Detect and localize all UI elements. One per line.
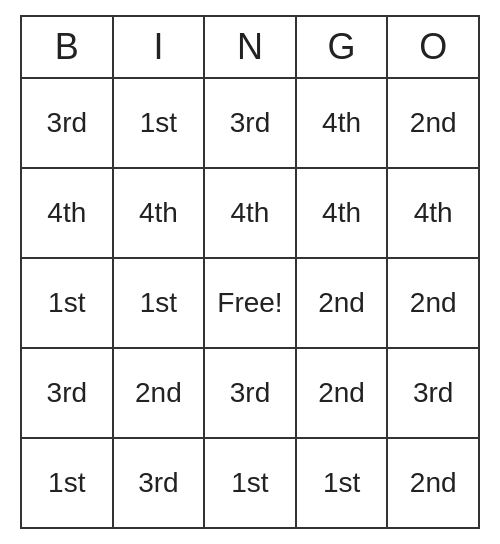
cell-r5-c3: 1st	[205, 439, 297, 527]
header-N: N	[205, 17, 297, 77]
header-G: G	[297, 17, 389, 77]
cell-r1-c1: 3rd	[22, 79, 114, 167]
row-4: 3rd2nd3rd2nd3rd	[22, 349, 478, 439]
cell-r5-c4: 1st	[297, 439, 389, 527]
cell-r4-c5: 3rd	[388, 349, 478, 437]
header-I: I	[114, 17, 206, 77]
cell-r2-c4: 4th	[297, 169, 389, 257]
header-O: O	[388, 17, 478, 77]
cell-r4-c4: 2nd	[297, 349, 389, 437]
row-3: 1st1stFree!2nd2nd	[22, 259, 478, 349]
cell-r1-c3: 3rd	[205, 79, 297, 167]
row-5: 1st3rd1st1st2nd	[22, 439, 478, 527]
cell-r2-c5: 4th	[388, 169, 478, 257]
header-row: B I N G O	[22, 17, 478, 79]
row-1: 3rd1st3rd4th2nd	[22, 79, 478, 169]
cell-r5-c1: 1st	[22, 439, 114, 527]
cell-r3-c5: 2nd	[388, 259, 478, 347]
bingo-card: B I N G O 3rd1st3rd4th2nd4th4th4th4th4th…	[20, 15, 480, 529]
cell-r4-c2: 2nd	[114, 349, 206, 437]
cell-r2-c2: 4th	[114, 169, 206, 257]
row-2: 4th4th4th4th4th	[22, 169, 478, 259]
cell-r1-c5: 2nd	[388, 79, 478, 167]
cell-r1-c2: 1st	[114, 79, 206, 167]
cell-r4-c3: 3rd	[205, 349, 297, 437]
cell-r3-c1: 1st	[22, 259, 114, 347]
cell-r2-c3: 4th	[205, 169, 297, 257]
cell-r1-c4: 4th	[297, 79, 389, 167]
cell-r4-c1: 3rd	[22, 349, 114, 437]
cell-r3-c3: Free!	[205, 259, 297, 347]
cell-r5-c5: 2nd	[388, 439, 478, 527]
cell-r2-c1: 4th	[22, 169, 114, 257]
cell-r3-c2: 1st	[114, 259, 206, 347]
cell-r3-c4: 2nd	[297, 259, 389, 347]
header-B: B	[22, 17, 114, 77]
cell-r5-c2: 3rd	[114, 439, 206, 527]
